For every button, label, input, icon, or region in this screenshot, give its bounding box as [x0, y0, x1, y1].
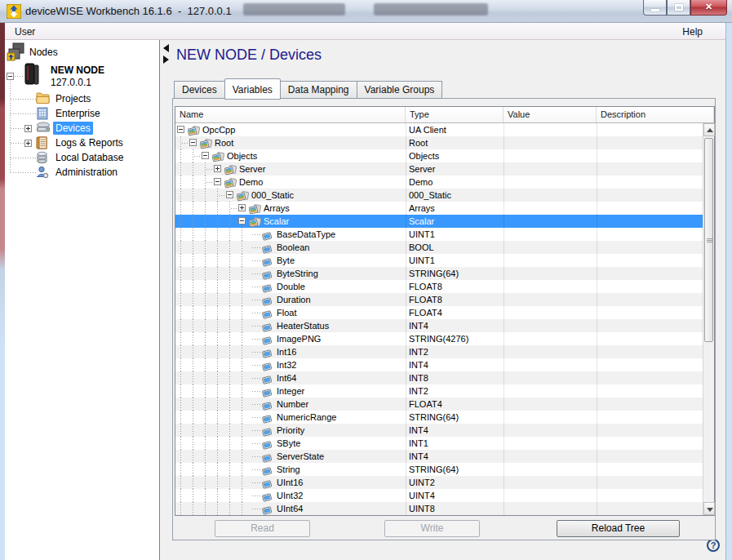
sidebar-item-projects[interactable]: Projects	[53, 92, 93, 105]
table-row[interactable]: ServerStateINT4	[175, 450, 703, 463]
variable-name: Byte	[277, 254, 295, 267]
column-header-value[interactable]: Value	[504, 107, 597, 122]
table-row[interactable]: ObjectsObjects	[175, 149, 703, 162]
table-row[interactable]: ByteStringSTRING(64)	[175, 267, 703, 280]
table-row[interactable]: UInt32UINT4	[175, 489, 703, 502]
column-header-name[interactable]: Name	[175, 107, 406, 122]
table-header: NameTypeValueDescription	[175, 107, 714, 123]
table-row[interactable]: BooleanBOOL	[175, 241, 703, 254]
expander-minus-icon[interactable]	[238, 217, 246, 224]
expander-minus-icon[interactable]	[189, 139, 197, 146]
table-row[interactable]: PriorityINT4	[175, 424, 703, 437]
expander-minus-icon[interactable]	[177, 126, 184, 133]
scroll-up-button[interactable]	[703, 123, 715, 136]
tree-guide	[205, 384, 206, 398]
tree-guide	[242, 306, 242, 319]
table-row[interactable]: ArraysArrays	[175, 202, 703, 215]
vertical-scrollbar[interactable]	[703, 123, 714, 515]
table-row[interactable]: IntegerINT2	[175, 384, 703, 398]
expander-plus-icon[interactable]	[24, 140, 32, 147]
table-row[interactable]: ScalarScalar	[175, 215, 703, 228]
root-node-address[interactable]: 127.0.0.1	[51, 77, 91, 88]
table-row[interactable]: OpcCppUA Client	[175, 123, 703, 136]
table-row[interactable]: UInt16UINT2	[175, 476, 703, 489]
tree-guide	[193, 202, 193, 215]
expander-plus-icon[interactable]	[214, 165, 221, 172]
table-row[interactable]: UInt64UINT8	[175, 502, 703, 515]
variable-type: STRING(64)	[409, 463, 459, 476]
tree-guide	[193, 189, 193, 202]
table-row[interactable]: ServerServer	[175, 162, 703, 176]
scroll-down-button[interactable]	[703, 502, 715, 515]
variable-type: INT4	[409, 358, 428, 371]
expander-minus-icon[interactable]	[202, 152, 209, 159]
column-divider	[504, 123, 504, 515]
expander-plus-icon[interactable]	[238, 204, 246, 211]
scrollbar-thumb[interactable]	[704, 138, 713, 342]
table-row[interactable]: DurationFLOAT8	[175, 293, 703, 306]
close-button[interactable]: ✕	[690, 0, 727, 16]
variable-name: HeaterStatus	[277, 319, 329, 332]
menu-help[interactable]: Help	[679, 25, 706, 38]
help-icon[interactable]: ?	[707, 539, 720, 552]
menu-user[interactable]: User	[11, 25, 38, 38]
sidebar-item-administration[interactable]: Administration	[53, 166, 120, 179]
tree-guide	[229, 384, 230, 398]
tab-variable-groups[interactable]: Variable Groups	[357, 81, 443, 99]
table-row[interactable]: ImagePNGSTRING(4276)	[175, 332, 703, 345]
expander-minus-icon[interactable]	[214, 178, 221, 185]
tree-guide	[217, 345, 218, 358]
variable-name: Float	[277, 306, 296, 319]
tag-icon	[262, 347, 274, 358]
root-node-name[interactable]: NEW NODE	[51, 64, 104, 76]
table-row[interactable]: Int64INT8	[175, 371, 703, 384]
tree-guide	[217, 254, 218, 267]
table-row[interactable]: RootRoot	[175, 136, 703, 149]
variable-type: UINT1	[409, 254, 435, 267]
table-row[interactable]: 000_Static000_Static	[175, 189, 703, 202]
maximize-button[interactable]	[667, 0, 690, 16]
table-row[interactable]: Int32INT4	[175, 358, 703, 371]
tree-guide	[193, 176, 193, 189]
table-row[interactable]: NumericRangeSTRING(64)	[175, 411, 703, 424]
table-row[interactable]: Int16INT2	[175, 345, 703, 358]
table-row[interactable]: DoubleFLOAT8	[175, 280, 703, 293]
tree-guide	[205, 345, 206, 358]
minimize-button[interactable]	[643, 0, 667, 16]
logs-icon	[36, 136, 48, 153]
tree-guide	[180, 202, 181, 215]
table-row[interactable]: StringSTRING(64)	[175, 463, 703, 476]
sidebar-item-enterprise[interactable]: Enterprise	[53, 107, 103, 120]
table-row[interactable]: NumberFLOAT4	[175, 398, 703, 411]
sidebar-item-local-database[interactable]: Local Database	[53, 151, 126, 164]
expander-plus-icon[interactable]	[24, 125, 32, 132]
splitter-expand-icon[interactable]	[163, 56, 169, 64]
tree-guide	[252, 260, 261, 261]
tree-guide	[229, 254, 230, 267]
sidebar-item-devices[interactable]: Devices	[53, 122, 93, 135]
column-header-type[interactable]: Type	[406, 107, 504, 122]
table-row[interactable]: BaseDataTypeUINT1	[175, 228, 703, 241]
reload-tree-button[interactable]: Reload Tree	[557, 520, 680, 537]
table-row[interactable]: SByteINT1	[175, 437, 703, 450]
tree-guide	[193, 332, 193, 345]
expander-minus-icon[interactable]	[226, 191, 233, 198]
table-row[interactable]: ByteUINT1	[175, 254, 703, 267]
table-row[interactable]: HeaterStatusINT4	[175, 319, 703, 332]
column-header-description[interactable]: Description	[597, 107, 714, 122]
table-row[interactable]: FloatFLOAT4	[175, 306, 703, 319]
tag-icon	[262, 360, 274, 371]
table-row[interactable]: DemoDemo	[175, 176, 703, 189]
tab-variables[interactable]: Variables	[224, 78, 281, 100]
splitter-collapse-icon[interactable]	[163, 44, 169, 52]
tree-guide	[205, 228, 206, 241]
expander-minus-icon[interactable]	[7, 73, 14, 80]
tab-devices[interactable]: Devices	[174, 81, 224, 99]
sidebar-item-logs-reports[interactable]: Logs & Reports	[53, 136, 126, 149]
menu-bar: User Help	[5, 23, 725, 40]
tree-guide	[242, 293, 242, 306]
variable-name: Arrays	[264, 202, 290, 215]
tree-guide	[180, 215, 181, 228]
tree-guide	[180, 136, 181, 149]
tab-data-mapping[interactable]: Data Mapping	[281, 81, 357, 99]
